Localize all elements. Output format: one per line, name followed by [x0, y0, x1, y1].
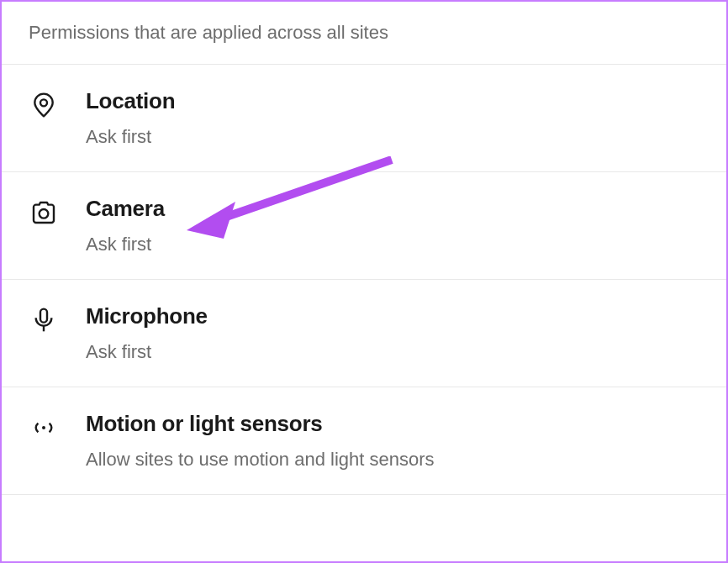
- permission-row-camera[interactable]: Camera Ask first: [2, 172, 726, 280]
- permission-title: Motion or light sensors: [86, 411, 435, 437]
- svg-rect-2: [40, 309, 47, 323]
- permission-row-motion-sensors[interactable]: Motion or light sensors Allow sites to u…: [2, 387, 726, 495]
- permissions-header: Permissions that are applied across all …: [2, 2, 726, 65]
- permission-title: Location: [86, 88, 175, 114]
- permission-subtitle: Ask first: [86, 341, 208, 363]
- svg-point-4: [42, 426, 45, 429]
- permission-content: Motion or light sensors Allow sites to u…: [86, 411, 435, 471]
- permissions-header-text: Permissions that are applied across all …: [29, 22, 388, 43]
- permission-content: Microphone Ask first: [86, 303, 208, 363]
- svg-point-0: [40, 99, 47, 106]
- camera-icon: [29, 197, 59, 228]
- permission-content: Camera Ask first: [86, 196, 165, 255]
- permission-content: Location Ask first: [86, 88, 175, 148]
- motion-sensors-icon: [29, 413, 59, 443]
- svg-point-1: [40, 209, 49, 218]
- location-icon: [29, 90, 59, 120]
- permission-row-microphone[interactable]: Microphone Ask first: [2, 280, 726, 387]
- permission-subtitle: Allow sites to use motion and light sens…: [86, 449, 435, 471]
- permission-title: Microphone: [86, 303, 208, 329]
- permission-title: Camera: [86, 196, 165, 222]
- permission-row-location[interactable]: Location Ask first: [2, 65, 726, 172]
- permission-subtitle: Ask first: [86, 126, 175, 148]
- microphone-icon: [29, 305, 59, 335]
- permission-subtitle: Ask first: [86, 234, 165, 255]
